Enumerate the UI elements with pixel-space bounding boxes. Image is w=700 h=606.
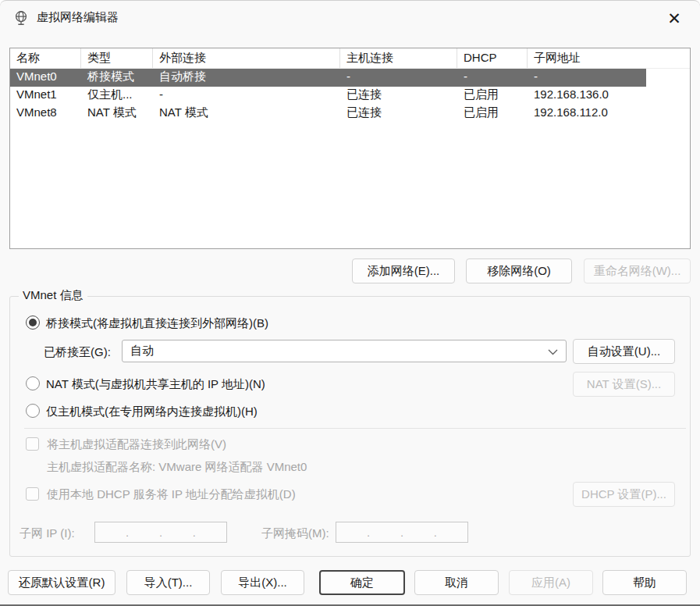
cell-name: VMnet8 [10, 105, 81, 123]
virtual-network-editor-dialog: 虚拟网络编辑器 ✕ 名称 类型 外部连接 主机连接 DHCP 子网地址 VMne… [0, 0, 700, 606]
vmnet-info-group-label: VMnet 信息 [19, 288, 87, 303]
host-only-mode-label[interactable]: 仅主机模式(在专用网络内连接虚拟机)(H) [46, 405, 258, 419]
cell-external: 自动桥接 [153, 69, 340, 87]
vmnet-info-group: VMnet 信息 桥接模式(将虚拟机直接连接到外部网络)(B) 已桥接至(G):… [9, 296, 691, 557]
nat-mode-label[interactable]: NAT 模式(与虚拟机共享主机的 IP 地址)(N) [46, 377, 265, 392]
cell-name: VMnet1 [10, 87, 81, 105]
cancel-button[interactable]: 取消 [414, 570, 499, 595]
bridged-to-select[interactable]: 自动 [122, 340, 567, 362]
auto-settings-button[interactable]: 自动设置(U)... [573, 339, 675, 364]
ip-dot: . [367, 527, 370, 539]
title-bar: 虚拟网络编辑器 ✕ [0, 1, 700, 36]
import-button[interactable]: 导入(T)... [126, 570, 210, 595]
column-header-type[interactable]: 类型 [81, 48, 153, 68]
close-button[interactable]: ✕ [656, 1, 692, 36]
column-header-host[interactable]: 主机连接 [340, 48, 457, 68]
ok-button[interactable]: 确定 [319, 570, 405, 595]
help-button[interactable]: 帮助 [602, 570, 687, 595]
column-header-name[interactable]: 名称 [10, 48, 81, 68]
rename-network-button[interactable]: 重命名网络(W)... [584, 258, 691, 283]
bridged-mode-label[interactable]: 桥接模式(将虚拟机直接连接到外部网络)(B) [46, 316, 268, 331]
use-local-dhcp-label[interactable]: 使用本地 DHCP 服务将 IP 地址分配给虚拟机(D) [47, 487, 296, 502]
cell-subnet: 192.168.136.0 [528, 87, 646, 105]
cell-host: 已连接 [340, 87, 457, 105]
column-header-subnet[interactable]: 子网地址 [528, 48, 646, 68]
cell-subnet: 192.168.112.0 [528, 105, 646, 123]
export-button[interactable]: 导出(X)... [221, 570, 304, 595]
use-local-dhcp-checkbox[interactable] [26, 487, 39, 501]
ip-dot: . [400, 527, 403, 539]
bridged-mode-radio[interactable] [26, 315, 40, 330]
cell-subnet: - [528, 69, 646, 87]
nat-mode-radio[interactable] [26, 376, 40, 390]
cell-external: NAT 模式 [153, 105, 340, 123]
host-only-mode-radio[interactable] [26, 404, 40, 418]
table-row-vmnet1[interactable]: VMnet1 仅主机... - 已连接 已启用 192.168.136.0 [10, 87, 646, 105]
table-row-vmnet0[interactable]: VMnet0 桥接模式 自动桥接 - - - [10, 69, 646, 87]
window-title: 虚拟网络编辑器 [37, 10, 119, 25]
ip-dot: . [159, 527, 162, 539]
bridged-to-label: 已桥接至(G): [44, 345, 111, 360]
section-divider [24, 428, 686, 429]
host-adapter-name-text: 主机虚拟适配器名称: VMware 网络适配器 VMnet0 [47, 460, 307, 475]
connect-host-adapter-label[interactable]: 将主机虚拟适配器连接到此网络(V) [47, 437, 226, 452]
ip-dot: . [126, 527, 129, 539]
cell-type: 桥接模式 [81, 69, 153, 87]
add-network-button[interactable]: 添加网络(E)... [352, 258, 455, 283]
connect-host-adapter-checkbox[interactable] [26, 437, 39, 451]
cell-dhcp: 已启用 [457, 105, 528, 123]
ip-dot: . [434, 527, 437, 539]
column-header-dhcp[interactable]: DHCP [457, 48, 528, 68]
subnet-mask-label: 子网掩码(M): [261, 526, 329, 541]
subnet-mask-input[interactable]: . . . [336, 522, 468, 543]
subnet-ip-label: 子网 IP (I): [20, 526, 75, 541]
bridged-to-value: 自动 [130, 344, 154, 358]
cell-type: NAT 模式 [81, 105, 153, 123]
cell-host: - [340, 69, 457, 87]
chevron-down-icon [548, 344, 558, 358]
network-list: 名称 类型 外部连接 主机连接 DHCP 子网地址 VMnet0 桥接模式 自动… [9, 48, 691, 249]
apply-button[interactable]: 应用(A) [509, 570, 593, 595]
subnet-ip-input[interactable]: . . . [94, 522, 227, 543]
table-row-vmnet8[interactable]: VMnet8 NAT 模式 NAT 模式 已连接 已启用 192.168.112… [10, 105, 646, 123]
network-list-header: 名称 类型 外部连接 主机连接 DHCP 子网地址 [10, 48, 690, 69]
dhcp-settings-button[interactable]: DHCP 设置(P)... [573, 482, 675, 507]
nat-settings-button[interactable]: NAT 设置(S)... [573, 372, 675, 397]
cell-dhcp: 已启用 [457, 87, 528, 105]
cell-external: - [153, 87, 340, 105]
cell-name: VMnet0 [10, 69, 81, 87]
globe-network-icon [12, 9, 30, 27]
column-header-external[interactable]: 外部连接 [153, 48, 340, 68]
cell-type: 仅主机... [81, 87, 153, 105]
cell-host: 已连接 [340, 105, 457, 123]
cell-dhcp: - [457, 69, 528, 87]
restore-defaults-button[interactable]: 还原默认设置(R) [8, 570, 115, 595]
ip-dot: . [193, 527, 196, 539]
remove-network-button[interactable]: 移除网络(O) [466, 258, 572, 283]
